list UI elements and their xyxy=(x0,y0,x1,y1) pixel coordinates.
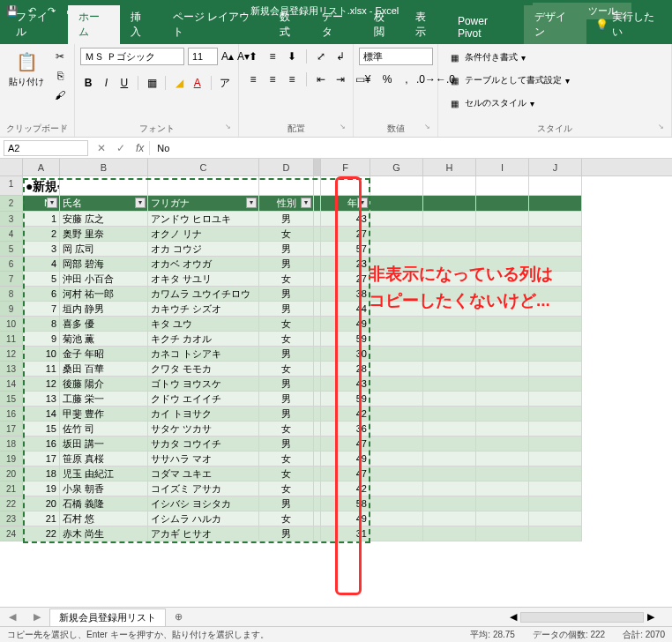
cell[interactable] xyxy=(370,196,423,212)
cell[interactable]: 43 xyxy=(321,377,370,392)
cell[interactable] xyxy=(314,437,321,452)
cell[interactable]: クドウ エイイチ xyxy=(148,392,259,407)
cell[interactable]: キクチ カオル xyxy=(148,332,259,347)
cell[interactable]: オカベ オウガ xyxy=(148,257,259,272)
filter-dropdown-icon[interactable]: ▾ xyxy=(357,198,368,208)
cell[interactable] xyxy=(476,317,529,332)
cell[interactable] xyxy=(370,176,423,196)
cell[interactable]: 18 xyxy=(23,467,60,482)
cell[interactable]: フリガナ▾ xyxy=(148,196,259,212)
cell[interactable]: 20 xyxy=(23,496,60,511)
row-header[interactable]: 6 xyxy=(0,257,23,272)
tab-home[interactable]: ホーム xyxy=(68,5,120,44)
spreadsheet-grid[interactable]: A B C D F G H I J 1●新規会員登録用リスト2No▾氏名▾フリガ… xyxy=(0,159,672,541)
row-header[interactable]: 9 xyxy=(0,302,23,317)
row-header[interactable]: 3 xyxy=(0,212,23,227)
cell[interactable]: 11 xyxy=(23,362,60,377)
row-header[interactable]: 10 xyxy=(0,317,23,332)
format-as-table-button[interactable]: ▦テーブルとして書式設定 ▾ xyxy=(444,71,666,90)
copy-icon[interactable]: ⎘ xyxy=(51,67,69,85)
cell[interactable] xyxy=(476,467,529,482)
cell[interactable]: 男 xyxy=(259,377,314,392)
col-header[interactable]: F xyxy=(321,159,370,175)
filter-dropdown-icon[interactable]: ▾ xyxy=(135,198,146,208)
cell[interactable]: 石橋 義隆 xyxy=(60,496,148,511)
cell[interactable] xyxy=(423,467,476,482)
tab-page-layout[interactable]: ページ レイアウト xyxy=(162,5,269,44)
cell[interactable] xyxy=(370,257,423,272)
cell[interactable]: 菊池 薫 xyxy=(60,332,148,347)
row-header[interactable]: 14 xyxy=(0,377,23,392)
cell[interactable] xyxy=(423,452,476,467)
cell[interactable] xyxy=(370,467,423,482)
cell[interactable]: 女 xyxy=(259,422,314,437)
cell[interactable]: 28 xyxy=(321,362,370,377)
row-header[interactable]: 12 xyxy=(0,347,23,362)
cell[interactable]: 5 xyxy=(23,272,60,287)
cell[interactable]: 1 xyxy=(23,212,60,227)
decrease-indent-icon[interactable]: ⇤ xyxy=(312,71,330,88)
cell[interactable]: 安藤 広之 xyxy=(60,212,148,227)
cell[interactable] xyxy=(529,422,582,437)
cell[interactable] xyxy=(529,347,582,362)
cell[interactable] xyxy=(370,332,423,347)
cell[interactable] xyxy=(370,302,423,317)
cell[interactable]: 女 xyxy=(259,362,314,377)
cell[interactable]: コイズミ アサカ xyxy=(148,482,259,496)
cell[interactable]: 16 xyxy=(23,437,60,452)
cell[interactable] xyxy=(476,196,529,212)
cell[interactable] xyxy=(423,482,476,496)
row-header[interactable]: 1 xyxy=(0,176,23,196)
cell[interactable] xyxy=(476,212,529,227)
accounting-format-icon[interactable]: ¥ xyxy=(359,71,377,88)
cell[interactable] xyxy=(476,272,529,287)
cell[interactable]: 男 xyxy=(259,257,314,272)
row-header[interactable]: 22 xyxy=(0,496,23,511)
cell[interactable]: 19 xyxy=(23,482,60,496)
cell[interactable] xyxy=(314,377,321,392)
cell[interactable]: 14 xyxy=(23,407,60,422)
scroll-left-icon[interactable]: ◀ xyxy=(510,611,517,623)
cell[interactable] xyxy=(370,511,423,526)
cell[interactable] xyxy=(314,302,321,317)
cell[interactable] xyxy=(314,317,321,332)
cell[interactable]: 49 xyxy=(321,452,370,467)
phonetic-button[interactable]: ア xyxy=(217,74,233,92)
cell[interactable] xyxy=(314,422,321,437)
cell[interactable]: 49 xyxy=(321,511,370,526)
cell[interactable] xyxy=(370,287,423,302)
cell[interactable] xyxy=(60,176,148,196)
new-sheet-icon[interactable]: ⊕ xyxy=(166,611,191,623)
tell-me-search[interactable]: 💡実行したい xyxy=(586,5,672,44)
cell[interactable] xyxy=(529,272,582,287)
row-header[interactable]: 21 xyxy=(0,482,23,496)
orientation-icon[interactable]: ⤢ xyxy=(312,48,330,65)
cell[interactable] xyxy=(476,227,529,242)
cell[interactable]: カワムラ ユウイチロウ xyxy=(148,287,259,302)
cell[interactable] xyxy=(529,332,582,347)
cell[interactable] xyxy=(314,227,321,242)
cell[interactable] xyxy=(476,176,529,196)
align-middle-icon[interactable]: ≡ xyxy=(264,48,281,65)
cell[interactable] xyxy=(370,496,423,511)
cell[interactable] xyxy=(314,196,321,212)
row-header[interactable]: 7 xyxy=(0,272,23,287)
cell[interactable]: 女 xyxy=(259,272,314,287)
tab-powerpivot[interactable]: Power Pivot xyxy=(447,11,524,44)
cell[interactable] xyxy=(529,452,582,467)
cell[interactable]: 6 xyxy=(23,287,60,302)
cell[interactable] xyxy=(314,452,321,467)
underline-button[interactable]: U xyxy=(116,74,132,92)
cell[interactable]: 垣内 静男 xyxy=(60,302,148,317)
cell[interactable]: 2 xyxy=(23,227,60,242)
cell[interactable]: サタケ ツカサ xyxy=(148,422,259,437)
cell[interactable]: 30 xyxy=(321,347,370,362)
cell[interactable] xyxy=(423,332,476,347)
cell[interactable]: カネコ トシアキ xyxy=(148,347,259,362)
col-header[interactable]: I xyxy=(476,159,529,175)
cell[interactable]: 工藤 栄一 xyxy=(60,392,148,407)
cell[interactable] xyxy=(314,467,321,482)
cell[interactable] xyxy=(423,302,476,317)
cell[interactable]: 36 xyxy=(321,422,370,437)
cell[interactable] xyxy=(423,317,476,332)
